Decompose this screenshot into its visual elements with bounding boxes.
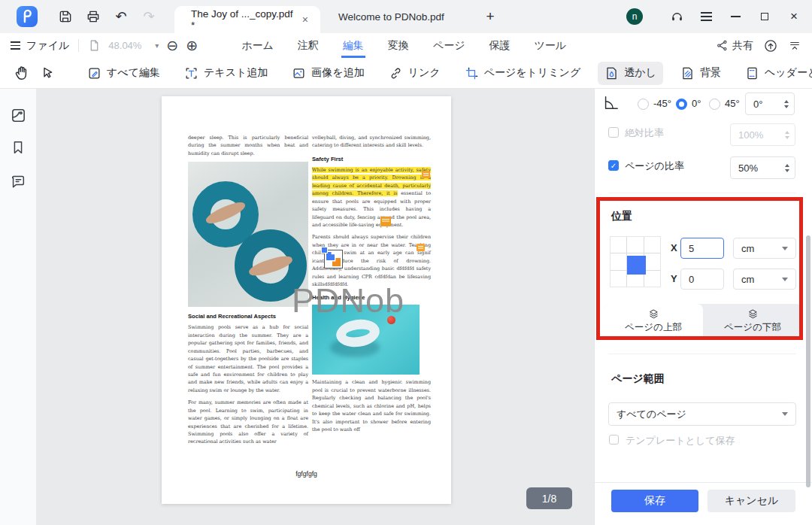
collapse-toolbar-icon[interactable]: [788, 39, 801, 53]
watermark-settings-panel: -45° 0° 45° 0° 絶対比率 100% ✓ ページの比率 50%: [594, 89, 812, 525]
share-button[interactable]: 共有: [716, 39, 753, 53]
redo-button[interactable]: ↷: [140, 8, 158, 26]
add-image-icon: [292, 66, 306, 80]
zoom-in-button[interactable]: ⊕: [186, 38, 198, 53]
page-indicator-badge: 1/8: [526, 487, 572, 509]
paragraph: Swimming pools serve as a hub for social…: [188, 323, 308, 394]
bookmarks-icon[interactable]: [8, 138, 28, 157]
link-button[interactable]: リンク: [382, 62, 447, 85]
add-text-button[interactable]: テキスト追加: [177, 62, 274, 85]
maximize-button[interactable]: [756, 8, 774, 26]
add-image-button[interactable]: 画像を追加: [285, 62, 371, 85]
menu-item-edit[interactable]: 編集: [341, 33, 365, 58]
save-button[interactable]: [56, 8, 74, 26]
chevron-down-icon: [782, 247, 788, 250]
y-position-input[interactable]: 0: [680, 269, 724, 290]
save-template-checkbox[interactable]: [609, 435, 619, 445]
menu-item-convert[interactable]: 変換: [386, 33, 411, 58]
edit-all-button[interactable]: すべて編集: [80, 62, 167, 85]
app-logo-icon: [17, 6, 38, 27]
sticky-note-annotation[interactable]: [380, 217, 391, 226]
undo-button[interactable]: ↶: [112, 8, 130, 26]
paragraph: Maintaining a clean and hygienic swimmin…: [312, 378, 431, 433]
background-icon: [680, 66, 695, 80]
y-unit-select[interactable]: cm: [733, 269, 796, 290]
menu-item-page[interactable]: ページ: [432, 33, 467, 58]
absolute-ratio-checkbox[interactable]: [608, 127, 619, 138]
menubar: ファイル 48.04% ▾ ⊖ ⊕ ホーム 注釈 編集 変換 ページ 保護 ツー…: [0, 33, 812, 58]
position-tabs: ページの上部 ページの下部: [604, 304, 802, 338]
page-range-select[interactable]: すべてのページ: [608, 402, 796, 426]
paragraph: deeper sleep. This is particularly benef…: [188, 134, 308, 157]
menu-item-annotate[interactable]: 注釈: [296, 33, 320, 58]
sticky-note-annotation[interactable]: [422, 171, 430, 178]
divider: [78, 39, 79, 52]
document-canvas[interactable]: deeper sleep. This is particularly benef…: [36, 89, 594, 525]
share-icon: [716, 39, 729, 52]
rotation-angle-icon: [602, 95, 619, 111]
page-ratio-stepper[interactable]: 50%: [730, 156, 795, 179]
pool-tubes-photo: [188, 162, 308, 307]
panel-scrollbar[interactable]: [806, 235, 810, 487]
select-cursor-button[interactable]: [39, 62, 55, 84]
watermark-icon: [604, 66, 619, 80]
print-button[interactable]: [84, 8, 102, 26]
file-menu-button[interactable]: ファイル: [11, 39, 69, 53]
close-window-button[interactable]: ×: [785, 8, 803, 26]
support-headset-icon[interactable]: [668, 8, 686, 26]
rotation-0-radio[interactable]: [676, 99, 687, 110]
background-button[interactable]: 背景: [674, 62, 728, 85]
tab-close-icon[interactable]: ×: [299, 12, 311, 27]
page-thumbnails-icon[interactable]: [8, 105, 28, 125]
menu-item-protect[interactable]: 保護: [488, 33, 512, 58]
paragraph-with-highlight: While swimming is an enjoyable activity,…: [312, 166, 431, 229]
zoom-caret-icon[interactable]: ▾: [155, 41, 159, 50]
comments-icon[interactable]: [8, 171, 28, 191]
rotation-45-radio[interactable]: [709, 99, 720, 110]
hand-tool-button[interactable]: [14, 62, 30, 84]
window-menu-button[interactable]: [697, 8, 715, 26]
avatar[interactable]: n: [626, 8, 643, 25]
cancel-button[interactable]: キャンセル: [707, 490, 795, 512]
rotation-neg45-radio[interactable]: [638, 99, 649, 110]
page-ratio-checkbox[interactable]: ✓: [608, 160, 619, 171]
save-watermark-button[interactable]: 保存: [611, 490, 698, 512]
selection-handle[interactable]: [321, 247, 328, 253]
position-preview-box[interactable]: [610, 236, 661, 287]
header-footer-button[interactable]: ヘッダーとフッター: [738, 62, 812, 85]
page-range-title: ページ範囲: [611, 372, 665, 386]
divider: [608, 354, 796, 354]
layers-icon: [747, 308, 759, 320]
tab-active-document[interactable]: The Joy of ..._copy.pdf * ×: [174, 6, 320, 33]
sticky-note-annotation[interactable]: [417, 244, 425, 251]
rotation-0-label: 0°: [692, 98, 701, 109]
tab-page-bottom[interactable]: ページの下部: [703, 304, 802, 338]
crop-page-button[interactable]: ページをトリミング: [458, 62, 588, 85]
minimize-button[interactable]: [726, 8, 744, 26]
watermark-button[interactable]: 透かし: [598, 62, 663, 85]
x-label: X: [671, 242, 677, 253]
y-label: Y: [671, 273, 677, 284]
rotation-neg45-label: -45°: [653, 98, 671, 109]
menu-item-home[interactable]: ホーム: [240, 33, 275, 58]
absolute-ratio-label: 絶対比率: [625, 126, 664, 140]
header-footer-icon: [745, 66, 759, 80]
tab-page-top[interactable]: ページの上部: [604, 304, 703, 338]
x-unit-select[interactable]: cm: [733, 238, 796, 259]
absolute-ratio-stepper[interactable]: 100%: [730, 123, 795, 146]
rotation-custom-stepper[interactable]: 0°: [745, 93, 795, 115]
cloud-upload-icon[interactable]: [763, 38, 778, 53]
zoom-out-button[interactable]: ⊖: [166, 38, 178, 53]
left-sidebar: [0, 89, 36, 525]
edit-all-icon: [87, 66, 102, 80]
file-menu-label: ファイル: [26, 39, 69, 53]
new-tab-button[interactable]: +: [481, 8, 499, 26]
x-position-input[interactable]: 5: [680, 238, 724, 259]
page-fit-icon[interactable]: [88, 39, 101, 52]
titlebar: ↶ ↷ ▾ The Joy of ..._copy.pdf * × Welcom…: [0, 0, 812, 33]
page-ratio-label: ページの比率: [625, 159, 684, 173]
chevron-down-icon: [782, 412, 788, 416]
divider: [608, 193, 796, 193]
menu-item-tools[interactable]: ツール: [533, 33, 568, 58]
tab-welcome-document[interactable]: Welcome to PDNob.pdf: [331, 0, 452, 33]
